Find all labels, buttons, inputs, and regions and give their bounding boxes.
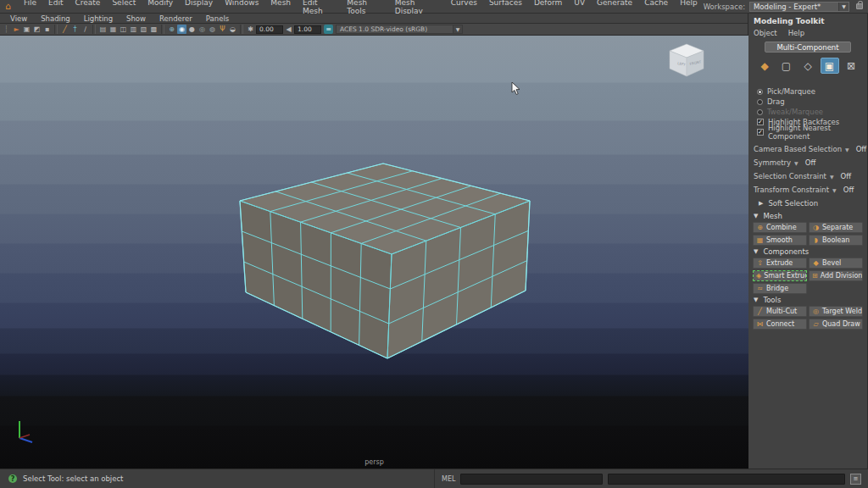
tweak-marquee-radio[interactable] (757, 109, 763, 115)
panel-outliner-icon[interactable]: ▧ (139, 25, 148, 34)
selection-constraint-label: Selection Constraint (754, 172, 826, 180)
construction-history-icon[interactable]: Ψ (218, 25, 227, 34)
edge-mode-button[interactable]: ▢ (777, 58, 796, 74)
snap-to-plane-icon[interactable]: ◎ (198, 25, 207, 34)
workspace-value: Modeling - Expert* (750, 3, 838, 11)
section-header-components[interactable]: ▼Components (748, 246, 867, 258)
bevel-button[interactable]: ◆Bevel (809, 258, 863, 269)
panel-menu-show[interactable]: Show (120, 14, 153, 23)
script-editor-icon[interactable]: ≡ (850, 474, 861, 485)
toolkit-menu-object[interactable]: Object (754, 29, 783, 37)
selection-constraint-dropdown[interactable]: Selection Constraint▼Off (748, 169, 867, 183)
render-icon[interactable]: ◒ (228, 25, 237, 34)
mel-input-field[interactable] (460, 474, 603, 485)
color-management-icon[interactable]: ≡ (324, 25, 333, 34)
toolbar-grip-icon[interactable]: ┊ (2, 25, 11, 34)
pencil-tool-icon[interactable]: ╱ (60, 25, 70, 34)
line-tool-icon[interactable]: ∕ (81, 25, 90, 34)
tweak-marquee-option[interactable]: Tweak/Marquee (748, 107, 867, 117)
workspace-selector[interactable]: Modeling - Expert* ▼ (749, 2, 849, 12)
section-title-components: Components (763, 247, 809, 256)
home-icon[interactable]: ⌂ (5, 3, 11, 11)
separate-button[interactable]: ◑Separate (809, 222, 863, 233)
select-mask-object-icon[interactable]: ▣ (22, 25, 31, 34)
highlight-backfaces-checkbox[interactable]: ✓ (757, 119, 764, 125)
drag-radio[interactable] (757, 99, 763, 105)
select-mask-component-icon[interactable]: ◩ (32, 25, 42, 34)
highlight-nearest-component-option[interactable]: ✓Highlight Nearest Component (748, 127, 867, 137)
snap-to-grid-icon[interactable]: ⊕ (167, 25, 176, 34)
smart-extrude-button[interactable]: ◈Smart Extrude (753, 270, 807, 281)
section-grid-mesh: ⊕Combine◑Separate▦Smooth◗Boolean (748, 222, 867, 246)
panel-menu-lighting[interactable]: Lighting (77, 14, 120, 23)
transform-value-field[interactable]: 0.00 (256, 25, 283, 34)
layout-four-pane-icon[interactable]: ▦ (108, 25, 118, 34)
transform-constraint-dropdown[interactable]: Transform Constraint▼Off (748, 183, 867, 197)
chevron-down-icon[interactable]: ▼ (794, 160, 798, 166)
section-header-tools[interactable]: ▼Tools (748, 294, 867, 306)
chevron-right-icon[interactable]: ▶ (759, 200, 763, 207)
multi-component-button[interactable]: Multi-Component (765, 42, 851, 53)
chevron-down-icon[interactable]: ▼ (830, 174, 834, 180)
viewcube-gizmo[interactable]: LEFT FRONT (667, 42, 706, 78)
view-transform-select[interactable]: ACES 1.0 SDR-video (sRGB) ▼ (336, 25, 463, 34)
paint-tool-icon[interactable]: † (70, 25, 80, 34)
help-icon[interactable]: ? (8, 474, 17, 483)
chevron-down-icon[interactable]: ▼ (754, 248, 758, 255)
face-mode-button[interactable]: ◇ (798, 58, 817, 74)
pick-marquee-radio[interactable] (757, 89, 763, 95)
chevron-down-icon[interactable]: ▼ (754, 213, 758, 219)
pick-marquee-label: Pick/Marquee (767, 87, 815, 96)
snap-to-point-icon[interactable]: ● (187, 25, 197, 34)
panel-graph-editor-icon[interactable]: ▩ (149, 25, 159, 34)
add-divisions-button[interactable]: ⊞Add Divisions (809, 270, 863, 281)
viewport-persp[interactable]: LEFT FRONT persp (0, 36, 748, 469)
camera-based-selection-dropdown[interactable]: Camera Based Selection▼Off (748, 142, 867, 156)
section-header-mesh[interactable]: ▼Mesh (748, 210, 867, 222)
smart-extrude-icon: ◈ (756, 272, 761, 280)
chevron-down-icon[interactable]: ▼ (754, 297, 758, 303)
symmetry-dropdown[interactable]: Symmetry▼Off (748, 156, 867, 169)
toolkit-menu-help[interactable]: Help (788, 29, 810, 37)
snap-to-curve-icon[interactable]: ◉ (177, 25, 186, 34)
object-mode-button[interactable]: ⊠ (842, 58, 860, 74)
select-mask-hierarchy-icon[interactable]: ► (12, 25, 21, 34)
camera-based-selection-value: Off (856, 145, 867, 153)
bridge-button[interactable]: ≈Bridge (753, 283, 807, 294)
chevron-down-icon[interactable]: ▼ (838, 3, 849, 11)
layout-single-pane-icon[interactable]: ▤ (98, 25, 108, 34)
target-weld-button[interactable]: ◎Target Weld (809, 306, 863, 317)
mel-label[interactable]: MEL (442, 475, 455, 483)
chevron-down-icon[interactable]: ▼ (832, 187, 837, 193)
pick-marquee-option[interactable]: Pick/Marquee (748, 86, 867, 97)
lock-selection-icon[interactable]: ▪ (42, 25, 52, 34)
panel-menu-renderer[interactable]: Renderer (153, 14, 199, 23)
quad-draw-button[interactable]: ▱Quad Draw (809, 319, 863, 330)
chevron-down-icon[interactable]: ▼ (453, 25, 462, 33)
soft-select-radius-field[interactable]: 1.00 (294, 25, 321, 34)
multi-component-mode-button[interactable]: ▣ (821, 58, 839, 74)
vertex-mode-button[interactable]: ◆ (755, 58, 774, 74)
falloff-curve-icon[interactable]: ◀ (284, 25, 293, 34)
boolean-button[interactable]: ◗Boolean (809, 235, 863, 246)
smooth-button[interactable]: ▦Smooth (753, 235, 807, 246)
extrude-button[interactable]: ⇧Extrude (753, 258, 807, 269)
multi-cut-button[interactable]: ╱Multi-Cut (753, 306, 807, 317)
layout-persp-outliner-icon[interactable]: ◫ (119, 25, 128, 34)
soft-selection-row[interactable]: ▶ Soft Selection (748, 197, 867, 210)
make-live-icon[interactable]: ◍ (208, 25, 217, 34)
panel-menu-panels[interactable]: Panels (199, 14, 236, 23)
connect-button[interactable]: ⋈Connect (753, 319, 807, 330)
workspace-lock-icon[interactable] (856, 3, 863, 9)
connect-icon: ⋈ (756, 320, 764, 328)
chevron-down-icon[interactable]: ▼ (845, 147, 849, 152)
combine-button[interactable]: ⊕Combine (753, 222, 807, 233)
poly-cube-mesh[interactable] (0, 36, 748, 469)
panel-menu-view[interactable]: View (3, 14, 34, 23)
highlight-nearest-component-checkbox[interactable]: ✓ (757, 129, 764, 136)
layout-hypershade-icon[interactable]: ▥ (129, 25, 138, 34)
soft-select-falloff-icon[interactable]: ✱ (246, 25, 255, 34)
panel-menu-shading[interactable]: Shading (34, 14, 77, 23)
drag-option[interactable]: Drag (748, 97, 867, 107)
mel-result-field[interactable] (608, 474, 845, 485)
